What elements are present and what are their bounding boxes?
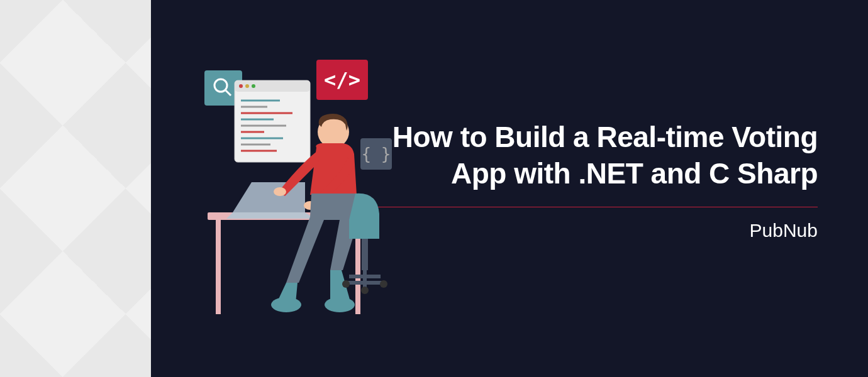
person-ear bbox=[340, 134, 347, 139]
code-icon: </> bbox=[324, 68, 360, 92]
title-line-1: How to Build a Real-time Voting bbox=[392, 121, 818, 153]
chair-wheel bbox=[342, 280, 350, 288]
chair-wheel bbox=[380, 280, 387, 288]
laptop-base bbox=[226, 212, 314, 219]
chair-pole bbox=[362, 239, 368, 270]
window-close-icon bbox=[239, 84, 243, 88]
window-maximize-icon bbox=[252, 84, 255, 88]
hero-container: </> { } bbox=[0, 0, 868, 377]
window-minimize-icon bbox=[245, 84, 249, 88]
person-hand-left bbox=[274, 187, 286, 196]
left-decorative-panel bbox=[0, 0, 151, 377]
right-content-panel: </> { } bbox=[151, 0, 868, 377]
braces-icon: { } bbox=[362, 145, 391, 163]
title-line-2: App with .NET and C Sharp bbox=[451, 157, 818, 190]
person-shoe-left-top bbox=[277, 283, 298, 303]
desk-leg-left bbox=[216, 220, 221, 314]
chair-base bbox=[346, 270, 384, 289]
chair-wheel bbox=[361, 287, 369, 294]
developer-illustration: </> { } bbox=[204, 57, 406, 320]
